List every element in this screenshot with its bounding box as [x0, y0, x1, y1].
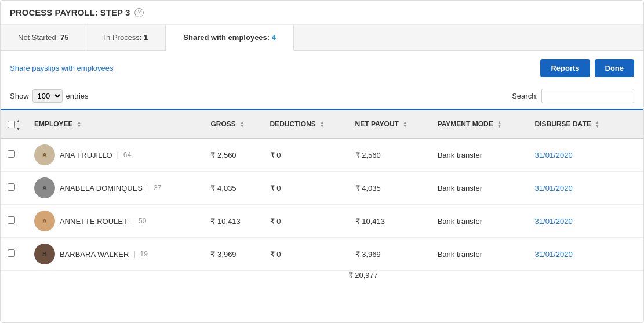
- th-net-payout-label: NET PAYOUT: [355, 120, 399, 128]
- footer-total: ₹ 20,977: [348, 271, 431, 280]
- th-payment-mode-label: PAYMENT MODE: [438, 120, 493, 128]
- th-employee[interactable]: EMPLOYEE ▲▼: [27, 110, 204, 139]
- done-button[interactable]: Done: [595, 59, 635, 77]
- th-disburse-date[interactable]: DISBURSE DATE ▲▼: [528, 110, 626, 139]
- deductions-amount: ₹ 0: [263, 205, 348, 238]
- employee-id: 19: [140, 250, 148, 258]
- employee-separator: |: [117, 151, 119, 159]
- net-payout-amount: ₹ 2,560: [348, 139, 431, 172]
- th-gross-label: GROSS: [210, 120, 235, 128]
- share-payslips-link[interactable]: Share payslips with employees: [10, 64, 113, 72]
- row-actions: [626, 172, 643, 205]
- show-label: Show: [10, 92, 29, 100]
- table-row: B BARBARA WALKER | 19 ₹ 3,969 ₹ 0 ₹ 3,96…: [1, 238, 643, 271]
- employee-name: ANA TRUJILLO: [60, 151, 112, 159]
- employee-name: ANABELA DOMINQUES: [60, 184, 143, 193]
- employee-id: 37: [154, 184, 161, 192]
- th-gross[interactable]: GROSS ▲▼: [203, 110, 263, 139]
- tab-shared[interactable]: Shared with employees: 4: [166, 25, 294, 51]
- toolbar: Share payslips with employees Reports Do…: [1, 51, 643, 85]
- gross-amount: ₹ 4,035: [203, 172, 263, 205]
- table-row: A ANA TRUJILLO | 64 ₹ 2,560 ₹ 0 ₹ 2,560 …: [1, 139, 643, 172]
- table-row: A ANABELA DOMINQUES | 37 ₹ 4,035 ₹ 0 ₹ 4…: [1, 172, 643, 205]
- show-entries: Show 10 25 50 100 entries: [10, 89, 89, 103]
- net-payout-amount: ₹ 10,413: [348, 205, 431, 238]
- entries-label: entries: [66, 92, 89, 100]
- deductions-amount: ₹ 0: [263, 238, 348, 271]
- tabs-bar: Not Started: 75 In Process: 1 Shared wit…: [1, 25, 643, 51]
- deductions-amount: ₹ 0: [263, 139, 348, 172]
- search-input[interactable]: [541, 89, 634, 103]
- payment-mode: Bank transfer: [431, 172, 528, 205]
- disburse-date[interactable]: 31/01/2020: [528, 205, 626, 238]
- payment-mode: Bank transfer: [431, 205, 528, 238]
- employee-separator: |: [133, 250, 135, 258]
- disburse-date[interactable]: 31/01/2020: [528, 172, 626, 205]
- table-wrapper: EMPLOYEE ▲▼ GROSS ▲▼ DEDUCTIONS ▲▼ NET P…: [1, 109, 643, 280]
- avatar: A: [34, 177, 55, 198]
- employee-name: ANNETTE ROULET: [60, 217, 128, 226]
- row-checkbox-cell: [1, 172, 27, 205]
- tab-shared-label: Shared with employees:: [183, 33, 271, 42]
- disburse-date[interactable]: 31/01/2020: [528, 238, 626, 271]
- search-box: Search:: [512, 89, 634, 103]
- table-row: A ANNETTE ROULET | 50 ₹ 10,413 ₹ 0 ₹ 10,…: [1, 205, 643, 238]
- net-payout-amount: ₹ 3,969: [348, 238, 431, 271]
- avatar: B: [34, 244, 55, 264]
- footer-empty2: [431, 271, 643, 280]
- reports-button[interactable]: Reports: [540, 59, 590, 77]
- employee-cell: A ANABELA DOMINQUES | 37: [27, 172, 204, 205]
- employee-name: BARBARA WALKER: [60, 250, 129, 259]
- tab-not-started[interactable]: Not Started: 75: [1, 25, 86, 50]
- page-title: PROCESS PAYROLL: STEP 3: [10, 8, 130, 17]
- gross-amount: ₹ 2,560: [203, 139, 263, 172]
- th-actions: [626, 110, 643, 139]
- entries-select[interactable]: 10 25 50 100: [32, 89, 63, 103]
- employee-separator: |: [132, 217, 134, 225]
- row-checkbox[interactable]: [8, 216, 15, 224]
- th-deductions-label: DEDUCTIONS: [270, 120, 316, 128]
- payment-mode: Bank transfer: [431, 238, 528, 271]
- payroll-table: EMPLOYEE ▲▼ GROSS ▲▼ DEDUCTIONS ▲▼ NET P…: [1, 110, 643, 280]
- gross-amount: ₹ 3,969: [203, 238, 263, 271]
- row-checkbox[interactable]: [8, 183, 15, 191]
- employee-id: 64: [123, 151, 131, 159]
- help-icon[interactable]: ?: [134, 8, 144, 17]
- action-buttons: Reports Done: [540, 59, 634, 77]
- tab-shared-count: 4: [272, 33, 276, 42]
- sort-down-icon: [16, 124, 20, 132]
- select-all-checkbox[interactable]: [8, 121, 15, 128]
- th-checkbox: [1, 110, 27, 139]
- employee-cell: A ANA TRUJILLO | 64: [27, 139, 204, 172]
- tab-in-process-count: 1: [144, 33, 148, 42]
- employee-cell: A ANNETTE ROULET | 50: [27, 205, 204, 238]
- disburse-date[interactable]: 31/01/2020: [528, 139, 626, 172]
- row-checkbox[interactable]: [8, 150, 15, 158]
- gross-amount: ₹ 10,413: [203, 205, 263, 238]
- row-actions: [626, 238, 643, 271]
- th-deductions[interactable]: DEDUCTIONS ▲▼: [263, 110, 348, 139]
- controls-row: Show 10 25 50 100 entries Search:: [1, 85, 643, 109]
- employee-cell: B BARBARA WALKER | 19: [27, 238, 204, 271]
- th-disburse-date-label: DISBURSE DATE: [535, 120, 591, 128]
- row-checkbox-cell: [1, 139, 27, 172]
- tab-not-started-count: 75: [60, 33, 68, 42]
- th-net-payout[interactable]: NET PAYOUT ▲▼: [348, 110, 431, 139]
- search-label: Search:: [512, 92, 538, 100]
- row-checkbox[interactable]: [8, 249, 15, 257]
- payment-mode: Bank transfer: [431, 139, 528, 172]
- deductions-amount: ₹ 0: [263, 172, 348, 205]
- avatar: A: [34, 144, 55, 165]
- sort-up-icon: [16, 116, 20, 124]
- tab-not-started-label: Not Started:: [18, 33, 60, 42]
- net-payout-amount: ₹ 4,035: [348, 172, 431, 205]
- row-actions: [626, 139, 643, 172]
- employee-separator: |: [147, 184, 149, 192]
- row-checkbox-cell: [1, 238, 27, 271]
- tab-in-process-label: In Process:: [104, 33, 144, 42]
- avatar: A: [34, 211, 55, 231]
- th-payment-mode[interactable]: PAYMENT MODE ▲▼: [431, 110, 528, 139]
- th-employee-label: EMPLOYEE: [34, 120, 73, 128]
- tab-in-process[interactable]: In Process: 1: [86, 25, 166, 50]
- employee-id: 50: [139, 217, 146, 225]
